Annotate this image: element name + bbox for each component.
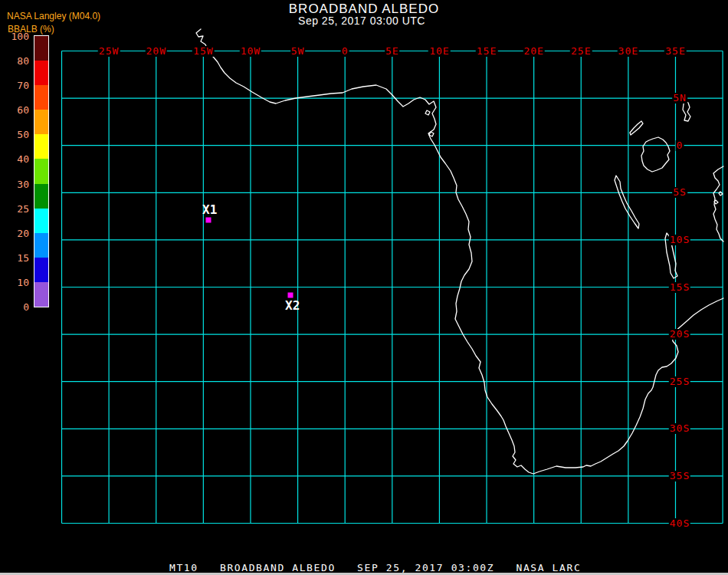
lon-label-15W: 15W: [192, 46, 214, 57]
lon-label-0: 0: [341, 46, 349, 57]
lat-label-5N: 5N: [672, 93, 687, 104]
lon-label-25W: 25W: [98, 46, 120, 57]
lon-label-5W: 5W: [290, 46, 306, 57]
marker-label-X2: X2: [285, 298, 300, 313]
coastline-path-0: [196, 29, 723, 474]
map-canvas: X1X2: [0, 0, 728, 575]
lat-label-5S: 5S: [672, 187, 687, 198]
lat-label-15S: 15S: [669, 282, 690, 293]
coastline-path-9: [615, 176, 639, 228]
lon-label-10W: 10W: [240, 46, 261, 57]
quicklook-image: BROADBAND ALBEDO Sep 25, 2017 03:00 UTC …: [0, 0, 728, 575]
lat-label-20S: 20S: [669, 329, 690, 340]
coastline-path-7: [630, 121, 643, 135]
lon-label-5E: 5E: [385, 46, 400, 57]
coastline-path-2: [425, 110, 430, 115]
coastline-path-3: [429, 132, 434, 136]
marker-label-X1: X1: [202, 202, 217, 217]
coastline-path-8: [641, 137, 670, 172]
lat-label-35S: 35S: [669, 471, 690, 481]
lat-label-25S: 25S: [669, 376, 690, 387]
marker-square-X2: [288, 293, 293, 298]
lon-label-15E: 15E: [476, 46, 497, 57]
marker-square-X1: [206, 218, 212, 223]
lon-label-30E: 30E: [618, 46, 639, 57]
footer-status-line: MT10 BROADBAND ALBEDO SEP 25, 2017 03:00…: [169, 562, 581, 573]
lat-label-10S: 10S: [669, 235, 690, 245]
coastline-path-1: [713, 166, 723, 242]
lat-label-30S: 30S: [669, 423, 690, 434]
lat-label-0: 0: [676, 140, 684, 151]
lat-label-40S: 40S: [669, 518, 690, 529]
lon-label-20E: 20E: [523, 46, 544, 57]
lon-label-25E: 25E: [570, 46, 592, 57]
lon-label-10E: 10E: [428, 46, 450, 57]
lon-label-20W: 20W: [145, 46, 166, 57]
coastline-path-5: [714, 200, 718, 204]
lon-label-35E: 35E: [664, 46, 686, 57]
